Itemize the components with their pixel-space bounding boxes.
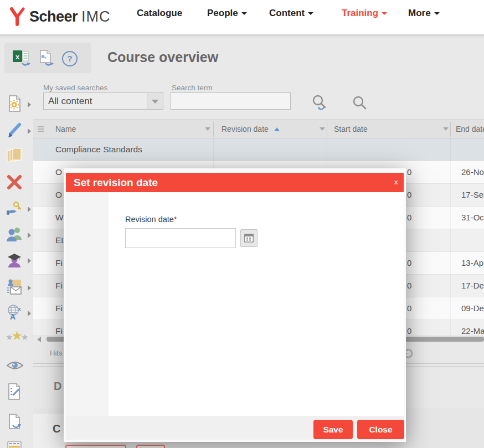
calendar-picker-button[interactable] [240,229,258,247]
dialog-footer [66,416,404,440]
cell-name: Fi [55,320,63,335]
saved-searches-label: My saved searches [43,84,107,92]
cell-start-date: 0 [407,275,411,297]
column-divider [213,122,214,137]
flyout-arrow-icon [28,258,31,264]
revision-date-label: Revision date* [125,215,177,224]
column-header-name[interactable]: Name [55,120,76,138]
cell-end-date: 09-Dec [461,297,484,320]
cell-end-date: 13-Apr [461,252,484,274]
close-icon[interactable]: x [394,173,398,191]
sidebar-item-preview[interactable] [6,357,33,376]
preview-eye-icon [6,357,24,374]
sort-ascending-icon [274,127,280,131]
dialog-title: Set revision date [74,173,158,192]
lower-heading-fragment: C [53,423,60,435]
row-grip-icon[interactable] [38,126,44,133]
nav-item-content[interactable]: Content [269,8,313,19]
select-dropdown-button[interactable] [147,93,163,109]
column-header-revision-date[interactable]: Revision date [222,120,280,138]
column-divider [450,122,451,137]
copy-icon [6,147,23,165]
sidebar-item-translate[interactable]: A x [6,303,33,322]
exam-document-icon [6,383,23,400]
sidebar-item-create-course[interactable] [6,95,33,114]
student-icon [6,251,23,269]
cell-name: Fi [55,297,63,320]
table-header-row: Name Revision date Start date End date [33,119,484,138]
nav-item-catalogue[interactable]: Catalogue [137,8,182,19]
lower-red-button-fragment[interactable] [136,445,165,448]
help-icon[interactable]: ? [62,51,78,66]
svg-text:A: A [10,312,16,321]
filter-caret-icon[interactable] [443,127,449,131]
column-header-start-date[interactable]: Start date [334,120,368,138]
chevron-down-icon [382,12,387,15]
cell-name: O [55,161,62,183]
cell-start-date: 0 [407,161,411,183]
create-course-icon [6,95,23,112]
nav-item-training[interactable]: Training [342,8,387,19]
participants-icon [6,225,23,243]
dialog-body: Revision date* [66,192,404,416]
flyout-arrow-icon [28,233,31,238]
cell-name: O [55,184,62,206]
brand-scheer: Scheer [29,8,78,25]
excel-export-icon[interactable]: x [12,49,31,68]
chevron-down-icon [308,12,313,15]
lower-red-button-fragment[interactable] [65,445,126,448]
sidebar-item-copy[interactable] [6,147,33,166]
calendar-icon [244,234,254,243]
top-nav: Scheer IMC Catalogue People Content Trai… [0,0,484,34]
svg-text:x: x [18,306,20,312]
filter-caret-icon[interactable] [320,127,325,131]
search-reset-icon[interactable] [310,94,329,115]
sidebar-item-student[interactable] [6,251,33,270]
table-row[interactable]: Compliance Standards [33,138,484,161]
flyout-arrow-icon [28,311,31,316]
sidebar-item-participants[interactable] [6,225,33,244]
search-term-label: Search term [172,84,213,92]
sidebar-item-certificate[interactable] [6,434,33,448]
notification-mail-icon [6,278,23,296]
delete-x-icon [6,173,23,191]
sidebar-item-notification-mail[interactable] [6,278,33,297]
page-title: Course overview [107,49,218,65]
brand-imc: IMC [81,8,111,25]
sidebar-item-export-document[interactable] [6,413,33,432]
chevron-down-icon [241,12,247,15]
flyout-arrow-icon [28,128,31,134]
cell-name: Et [55,229,64,251]
flyout-arrow-icon [28,285,31,291]
filter-caret-icon[interactable] [205,127,210,131]
text-export-icon[interactable]: a, [37,49,55,68]
brand-logo[interactable]: Scheer IMC [9,7,111,26]
nav-shadow [0,34,484,38]
cell-start-date: 0 [407,297,411,320]
column-header-end-date[interactable]: End date [456,120,484,138]
scheer-logo-icon [9,7,25,26]
cell-end-date: 17-Dec [461,275,484,297]
saved-searches-select[interactable]: All content [43,92,163,110]
cell-start-date: 0 [407,320,411,335]
sidebar-item-edit[interactable] [6,121,33,140]
rating-stars-icon: ★★★ [6,328,33,343]
sidebar-item-delete[interactable] [6,173,33,192]
cell-end-date: 17-Sep [461,184,484,206]
save-button[interactable]: Save [313,420,353,439]
revision-date-input[interactable] [125,228,236,248]
search-term-input[interactable] [171,92,291,110]
sidebar-item-assign-license[interactable] [6,199,33,218]
scroll-left-arrow-icon[interactable] [37,337,41,342]
sidebar-item-rating[interactable]: ★★★ [6,328,33,347]
nav-item-people[interactable]: People [207,8,247,19]
cell-end-date: 26-Nov [461,161,484,183]
edit-pencil-icon [6,121,23,139]
close-button[interactable]: Close [357,420,404,439]
sidebar-item-exam[interactable] [6,383,33,401]
cell-name: Fi [55,275,63,297]
dialog-left-strip [66,192,109,416]
cell-start-date: 0 [407,184,411,206]
search-icon[interactable] [351,95,368,114]
nav-item-more[interactable]: More [408,8,440,19]
